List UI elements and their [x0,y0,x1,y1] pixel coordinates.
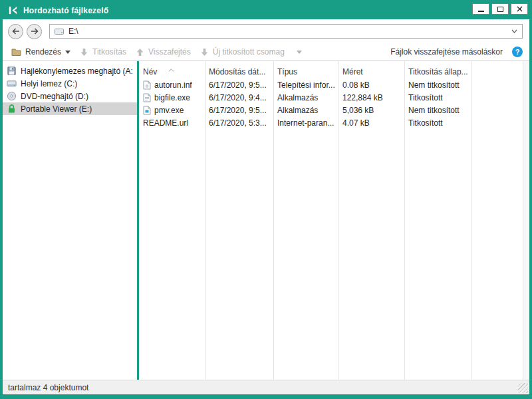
file-modified: 6/17/2020, 9:5... [205,106,273,115]
resize-grip[interactable] [518,383,528,393]
address-text: E:\ [68,27,78,36]
organize-label: Rendezés [25,47,61,57]
address-bar[interactable]: E:\ [49,24,523,39]
content-area: Hajlékonylemezes meghajtó (A: Helyi leme… [3,61,529,380]
window-controls [472,3,528,15]
navigation-bar: E:\ [3,19,529,43]
file-type: Internet-paran... [273,118,338,128]
titlebar: Hordozható fájlkezelő [3,0,529,19]
column-divider [404,61,405,380]
info-icon[interactable]: ? [512,47,523,57]
decrypt-on-copy-label: Fájlok visszafejtése másoláskor [390,47,503,57]
chevron-down-icon [511,29,517,33]
file-size: 5,036 kB [338,106,404,115]
hard-drive-icon [6,78,17,88]
minimize-button[interactable] [472,3,489,15]
decrypt-label: Visszafejtés [148,47,191,57]
file-name: autorun.inf [154,80,192,90]
column-divider [273,61,274,380]
forward-button[interactable] [27,24,42,39]
file-status: Nem titkosított [404,80,471,90]
decrypt-on-copy-button[interactable]: Fájlok visszafejtése másoláskor [386,47,507,57]
column-header-type[interactable]: Típus [273,67,338,76]
vertical-scrollbar[interactable] [523,61,529,380]
new-encrypted-package-dropdown-button[interactable] [292,43,307,61]
maximize-button[interactable] [491,3,509,15]
file-status: Nem titkosított [404,106,471,115]
portable-file-manager-window: Hordozható fájlkezelő E:\ [0,0,532,399]
close-icon [517,6,523,12]
decrypt-button[interactable]: Visszafejtés [131,43,196,61]
encrypt-button[interactable]: Titkosítás [75,43,131,61]
client-area: E:\ Rendezés Titkosítás Visszafej [3,19,529,394]
encrypted-drive-lock-icon [6,104,17,114]
chevron-down-icon [297,51,302,54]
table-row[interactable]: pmv.exe 6/17/2020, 9:5... Alkalmazás 5,0… [139,104,523,116]
file-modified: 6/17/2020, 9:5... [205,80,273,90]
forward-arrow-icon [31,28,39,35]
column-header-modified[interactable]: Módosítás dát... [205,67,273,76]
file-modified: 6/17/2020, 9:4... [205,93,273,102]
window-title: Hordozható fájlkezelő [23,6,467,15]
maximize-icon [497,7,503,12]
application-file-icon [143,106,151,115]
file-modified: 6/17/2020, 5:3... [205,118,273,128]
column-divider [338,61,339,380]
column-header-status[interactable]: Titkosítás állap... [404,67,471,76]
back-arrow-icon [12,28,20,35]
sidebar-item-local-c[interactable]: Helyi lemez (C:) [3,77,137,90]
table-row[interactable]: bigfile.exe 6/17/2020, 9:4... Alkalmazás… [139,91,523,104]
file-name: bigfile.exe [154,93,190,102]
sidebar-item-label: Helyi lemez (C:) [21,79,77,88]
file-size: 122,884 kB [338,93,404,102]
minimize-icon [478,11,484,12]
info-glyph: ? [515,48,520,56]
arrow-down-icon [80,48,88,57]
sort-ascending-icon [168,63,174,74]
file-status: Titkosított [404,93,471,102]
file-status: Titkosított [404,118,471,128]
new-encrypted-package-button[interactable]: Új titkosított csomag [196,43,289,61]
file-type: Telepítési infor... [273,80,338,90]
table-row[interactable]: README.url 6/17/2020, 5:3... Internet-pa… [139,116,523,129]
exe-file-icon [143,93,151,102]
inf-file-icon [143,80,151,90]
file-list: Név Módosítás dát... Típus Méret Titkosí… [139,61,523,380]
drive-sidebar: Hajlékonylemezes meghajtó (A: Helyi leme… [3,61,137,380]
encrypt-label: Titkosítás [92,47,126,57]
file-name: README.url [143,118,188,128]
kaspersky-logo-icon [8,5,18,15]
table-row[interactable]: autorun.inf 6/17/2020, 9:5... Telepítési… [139,78,523,91]
file-size: 0.08 kB [338,80,404,90]
file-name: pmv.exe [154,106,184,115]
file-size: 4.07 kB [338,118,404,128]
back-button[interactable] [8,24,23,39]
file-type: Alkalmazás [273,93,338,102]
address-dropdown-button[interactable] [511,29,517,33]
sidebar-item-label: Hajlékonylemezes meghajtó (A: [21,66,133,76]
column-header-size[interactable]: Méret [338,67,404,76]
sidebar-item-dvd-d[interactable]: DVD-meghajtó (D:) [3,90,137,102]
drive-icon [55,27,64,35]
folder-icon [11,48,21,57]
status-bar: tartalmaz 4 objektumot [3,380,529,394]
sidebar-item-label: DVD-meghajtó (D:) [21,92,88,101]
column-divider [205,61,205,380]
sidebar-item-floppy-a[interactable]: Hajlékonylemezes meghajtó (A: [3,65,137,77]
sidebar-item-portable-viewer-e[interactable]: Portable Viewer (E:) [3,102,137,115]
file-list-header: Név Módosítás dát... Típus Méret Titkosí… [139,65,523,78]
organize-button[interactable]: Rendezés [7,43,75,61]
floppy-drive-icon [6,66,17,76]
toolbar: Rendezés Titkosítás Visszafejtés Új titk… [3,43,529,61]
arrow-up-icon [136,48,144,57]
new-encrypted-package-label: Új titkosított csomag [213,47,285,57]
close-button[interactable] [511,3,528,15]
chevron-down-icon [65,51,70,54]
arrow-down-icon [200,48,209,57]
sidebar-item-label: Portable Viewer (E:) [21,104,92,114]
dvd-drive-icon [6,91,17,101]
status-text: tartalmaz 4 objektumot [8,383,88,392]
column-divider [471,61,471,380]
toolbar-right-group: Fájlok visszafejtése másoláskor ? [386,47,523,57]
file-type: Alkalmazás [273,106,338,115]
